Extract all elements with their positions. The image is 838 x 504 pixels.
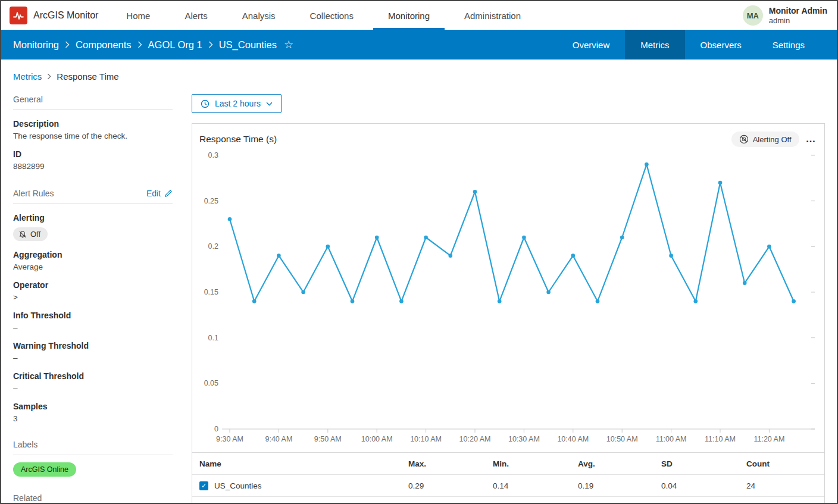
breadcrumb-us-counties: US_Counties xyxy=(219,39,277,51)
component-header-bar: Monitoring Components AGOL Org 1 US_Coun… xyxy=(1,30,837,60)
critical-threshold-label: Critical Threshold xyxy=(13,371,173,381)
chart-title: Response Time (s) xyxy=(199,134,277,145)
breadcrumb-monitoring[interactable]: Monitoring xyxy=(13,39,59,51)
col-header-min: Min. xyxy=(493,459,578,468)
general-heading-label: General xyxy=(13,95,43,104)
alert-rules-section-heading: Alert Rules Edit xyxy=(13,189,173,204)
aggregation-label: Aggregation xyxy=(13,250,173,259)
nav-item-collections[interactable]: Collections xyxy=(293,1,371,30)
samples-label: Samples xyxy=(13,402,173,411)
labels-heading-label: Labels xyxy=(13,440,37,449)
user-avatar[interactable]: MA xyxy=(743,5,763,26)
row-name-cell: ✓ US_Counties xyxy=(199,481,408,490)
id-label: ID xyxy=(13,149,173,159)
svg-text:0.1: 0.1 xyxy=(208,334,218,342)
user-menu: MA Monitor Admin admin xyxy=(743,5,827,26)
metric-detail-sidebar: Metrics Response Time General Descriptio… xyxy=(1,60,185,503)
operator-value: > xyxy=(13,293,173,302)
sidebar-breadcrumb-metrics[interactable]: Metrics xyxy=(13,71,42,82)
aggregation-value: Average xyxy=(13,262,173,271)
svg-text:9:30 AM: 9:30 AM xyxy=(216,435,243,443)
svg-text:10:20 AM: 10:20 AM xyxy=(459,435,491,443)
info-threshold-value: – xyxy=(13,323,173,332)
operator-label: Operator xyxy=(13,280,173,290)
svg-text:10:10 AM: 10:10 AM xyxy=(410,435,442,443)
chart-area: 00.050.10.150.20.250.39:30 AM9:40 AM9:50… xyxy=(192,148,824,452)
col-header-avg: Avg. xyxy=(578,459,661,468)
description-value: The response time of the check. xyxy=(13,132,173,140)
more-options-button[interactable]: … xyxy=(806,137,817,142)
edit-label: Edit xyxy=(146,189,161,198)
alerting-off-button[interactable]: Alerting Off xyxy=(731,132,799,147)
svg-text:10:50 AM: 10:50 AM xyxy=(606,435,638,443)
primary-nav: Home Alerts Analysis Collections Monitor… xyxy=(109,1,538,30)
metric-summary-table: Name Max. Min. Avg. SD Count ✓ US_Counti… xyxy=(192,452,824,497)
row-avg: 0.19 xyxy=(578,481,661,490)
response-time-chart-card: Response Time (s) Alerting Off … 00.050.… xyxy=(192,123,825,503)
top-nav: ArcGIS Monitor Home Alerts Analysis Coll… xyxy=(1,1,837,30)
chevron-right-icon xyxy=(137,41,142,48)
samples-value: 3 xyxy=(13,414,173,423)
sidebar-breadcrumb-current: Response Time xyxy=(57,71,118,82)
svg-text:11:10 AM: 11:10 AM xyxy=(705,435,736,443)
sidebar-breadcrumb: Metrics Response Time xyxy=(13,71,173,82)
nav-item-monitoring[interactable]: Monitoring xyxy=(371,1,447,30)
table-row[interactable]: ✓ US_Counties 0.29 0.14 0.19 0.04 24 xyxy=(192,475,824,497)
breadcrumb-agol-org[interactable]: AGOL Org 1 xyxy=(148,39,202,51)
chart-card-header: Response Time (s) Alerting Off … xyxy=(192,124,824,148)
tab-settings[interactable]: Settings xyxy=(757,30,820,60)
id-value: 8882899 xyxy=(13,162,173,171)
related-section-heading: Related xyxy=(13,493,173,503)
aggregation-field: Aggregation Average xyxy=(13,250,173,271)
warning-threshold-label: Warning Threshold xyxy=(13,341,173,350)
alerting-button-label: Alerting Off xyxy=(753,135,792,144)
critical-threshold-value: – xyxy=(13,384,173,393)
svg-text:0.05: 0.05 xyxy=(204,379,218,387)
alerting-value: Off xyxy=(30,230,40,239)
edit-alert-rules-button[interactable]: Edit xyxy=(146,189,173,198)
pencil-icon xyxy=(164,189,173,198)
row-min: 0.14 xyxy=(493,481,578,490)
response-time-line-chart[interactable]: 00.050.10.150.20.250.39:30 AM9:40 AM9:50… xyxy=(199,148,818,450)
nav-item-administration[interactable]: Administration xyxy=(447,1,538,30)
favorite-star-icon[interactable]: ☆ xyxy=(284,39,293,50)
time-range-label: Last 2 hours xyxy=(215,99,261,108)
svg-text:0: 0 xyxy=(214,425,218,433)
svg-text:10:30 AM: 10:30 AM xyxy=(508,435,540,443)
col-header-count: Count xyxy=(746,459,824,468)
warning-threshold-value: – xyxy=(13,353,173,362)
col-header-name: Name xyxy=(199,459,408,468)
alerting-off-badge: Off xyxy=(13,227,48,241)
labels-section-heading: Labels xyxy=(13,440,173,455)
user-name: Monitor Admin xyxy=(769,5,827,16)
svg-text:9:40 AM: 9:40 AM xyxy=(265,435,292,443)
row-checkbox[interactable]: ✓ xyxy=(199,481,208,490)
table-header-row: Name Max. Min. Avg. SD Count xyxy=(192,453,824,475)
breadcrumb-components[interactable]: Components xyxy=(76,39,132,51)
row-max: 0.29 xyxy=(408,481,493,490)
app-name: ArcGIS Monitor xyxy=(33,10,98,21)
bell-slash-icon xyxy=(18,230,27,239)
nav-item-analysis[interactable]: Analysis xyxy=(225,1,293,30)
time-range-dropdown[interactable]: Last 2 hours xyxy=(192,94,282,113)
info-threshold-field: Info Threshold – xyxy=(13,311,173,332)
svg-text:11:00 AM: 11:00 AM xyxy=(656,435,687,443)
description-label: Description xyxy=(13,119,173,129)
row-count: 24 xyxy=(746,481,824,490)
nav-item-home[interactable]: Home xyxy=(109,1,167,30)
user-role: admin xyxy=(769,16,827,26)
user-info: Monitor Admin admin xyxy=(769,5,827,26)
related-heading-label: Related xyxy=(13,493,42,503)
nav-item-alerts[interactable]: Alerts xyxy=(167,1,224,30)
operator-field: Operator > xyxy=(13,280,173,302)
description-field: Description The response time of the che… xyxy=(13,119,173,140)
svg-text:9:50 AM: 9:50 AM xyxy=(314,435,342,443)
tab-observers[interactable]: Observers xyxy=(685,30,757,60)
arcgis-monitor-logo-icon[interactable] xyxy=(10,7,27,24)
col-header-sd: SD xyxy=(661,459,746,468)
metric-main-panel: Last 2 hours Response Time (s) Alerting … xyxy=(185,60,837,503)
tab-overview[interactable]: Overview xyxy=(557,30,626,60)
general-section-heading: General xyxy=(13,95,173,110)
tab-metrics[interactable]: Metrics xyxy=(625,30,684,60)
svg-text:0.15: 0.15 xyxy=(204,288,218,296)
